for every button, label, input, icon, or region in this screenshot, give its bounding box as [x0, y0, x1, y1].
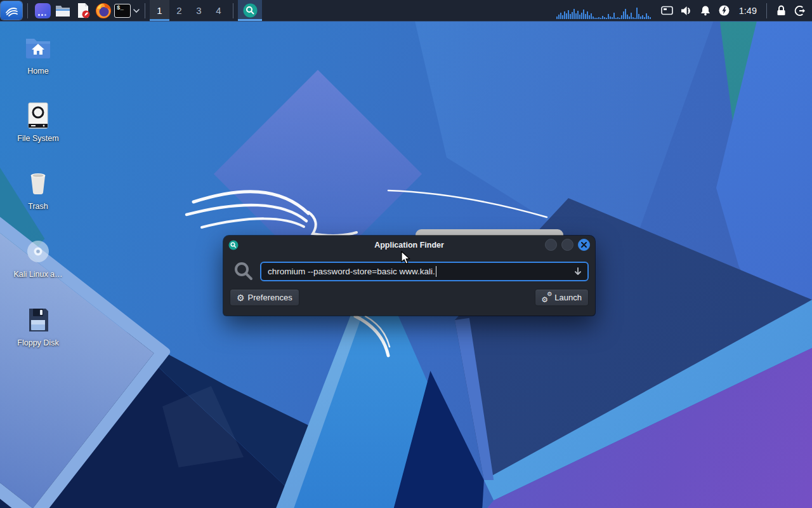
trash-bin-icon — [23, 168, 53, 199]
workspace-2[interactable]: 2 — [169, 0, 189, 21]
desktop-icon-label: Kali Linux a… — [13, 271, 62, 279]
terminal-icon: $_ — [114, 4, 131, 18]
top-panel: $_ 1 2 3 4 — [0, 0, 812, 22]
workspace-3[interactable]: 3 — [189, 0, 209, 21]
launcher-file-manager[interactable] — [53, 0, 73, 21]
launcher-terminal[interactable]: $_ — [114, 0, 131, 21]
desktop-icon-kali-linux[interactable]: Kali Linux a… — [8, 236, 69, 279]
desktop-icon-home[interactable]: Home — [8, 33, 69, 76]
desktop-icon-label: Trash — [28, 203, 48, 211]
application-finder-window: Application Finder chromium --password-s… — [223, 236, 595, 316]
text-caret — [436, 266, 437, 277]
volume-icon[interactable] — [677, 0, 696, 21]
panel-separator — [766, 3, 767, 18]
launch-gears-icon: ⚙⚙ — [542, 293, 551, 302]
launcher-window-app[interactable] — [32, 0, 53, 21]
floppy-disk-icon — [23, 305, 53, 335]
window-title: Application Finder — [223, 241, 595, 250]
applications-menu-button[interactable] — [1, 1, 22, 20]
workspace-4[interactable]: 4 — [209, 0, 228, 21]
launcher-text-editor[interactable] — [73, 0, 93, 21]
preferences-button[interactable]: ⚙ Preferences — [230, 289, 299, 306]
desktop-icon-label: Home — [27, 67, 48, 76]
application-finder-task-icon — [243, 3, 258, 18]
desktop-icon-label: File System — [17, 135, 58, 144]
kali-dragon-icon — [4, 4, 19, 18]
search-input-value: chromium --password-store=basic www.kali… — [268, 267, 435, 276]
launch-button[interactable]: ⚙⚙ Launch — [535, 289, 589, 306]
close-button[interactable] — [578, 239, 590, 251]
search-input[interactable]: chromium --password-store=basic www.kali… — [260, 262, 589, 281]
panel-separator — [145, 3, 145, 18]
power-manager-icon[interactable] — [715, 0, 734, 21]
home-folder-icon — [23, 33, 53, 64]
launcher-firefox[interactable] — [93, 0, 114, 21]
file-system-drive-icon — [23, 100, 53, 131]
window-app-icon — [35, 3, 51, 18]
panel-separator — [233, 3, 233, 18]
titlebar[interactable]: Application Finder — [223, 236, 595, 254]
notifications-bell-icon[interactable] — [696, 0, 715, 21]
launch-button-label: Launch — [554, 293, 582, 302]
desktop-icon-floppy-disk[interactable]: Floppy Disk — [8, 305, 69, 348]
desktop-icon-trash[interactable]: Trash — [8, 168, 69, 211]
desktop-icon-label: Floppy Disk — [17, 339, 58, 348]
taskbar-application-finder[interactable] — [238, 0, 262, 21]
touchpad-indicator-icon[interactable] — [658, 0, 677, 21]
search-icon — [233, 261, 254, 281]
file-manager-icon — [55, 3, 71, 18]
lock-screen-icon[interactable] — [771, 0, 790, 21]
text-editor-icon — [75, 3, 91, 19]
close-icon — [581, 242, 587, 248]
workspace-1[interactable]: 1 — [150, 0, 169, 21]
logout-icon[interactable] — [790, 0, 809, 21]
gear-icon: ⚙ — [237, 293, 245, 302]
preferences-button-label: Preferences — [248, 293, 292, 302]
minimize-button[interactable] — [545, 239, 557, 251]
panel-separator — [27, 3, 28, 18]
clock[interactable]: 1:49 — [734, 6, 762, 16]
firefox-icon — [95, 3, 112, 19]
chevron-down-icon[interactable] — [133, 8, 140, 13]
dropdown-arrow-icon[interactable] — [573, 267, 582, 276]
maximize-button[interactable] — [561, 239, 573, 251]
desktop-icon-file-system[interactable]: File System — [8, 100, 69, 144]
cd-disc-icon — [23, 236, 53, 267]
system-load-graph[interactable] — [556, 3, 652, 19]
